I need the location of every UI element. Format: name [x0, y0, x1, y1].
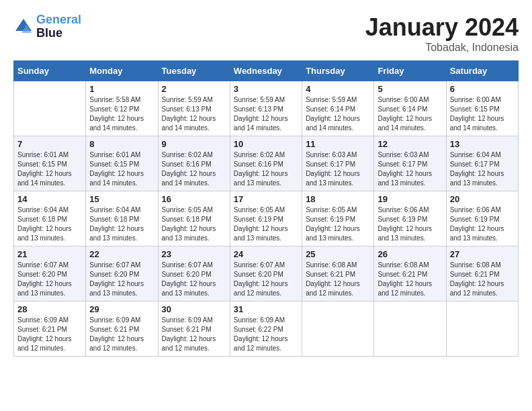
day-info: Sunrise: 6:05 AMSunset: 6:19 PMDaylight:… — [234, 205, 298, 243]
calendar-cell: 13Sunrise: 6:04 AMSunset: 6:17 PMDayligh… — [446, 136, 518, 191]
calendar-cell: 26Sunrise: 6:08 AMSunset: 6:21 PMDayligh… — [374, 246, 446, 302]
day-number: 8 — [89, 139, 154, 149]
day-number: 5 — [378, 84, 442, 94]
day-number: 1 — [89, 84, 154, 94]
calendar-cell: 24Sunrise: 6:07 AMSunset: 6:20 PMDayligh… — [230, 246, 302, 302]
location: Tobadak, Indonesia — [365, 42, 519, 54]
day-number: 13 — [450, 139, 515, 149]
day-number: 27 — [450, 249, 515, 259]
calendar-cell: 2Sunrise: 5:59 AMSunset: 6:13 PMDaylight… — [158, 81, 230, 136]
calendar-cell: 9Sunrise: 6:02 AMSunset: 6:16 PMDaylight… — [158, 136, 230, 191]
calendar-cell: 31Sunrise: 6:09 AMSunset: 6:22 PMDayligh… — [230, 302, 302, 357]
day-number: 31 — [234, 304, 298, 314]
logo-icon — [13, 17, 34, 37]
day-info: Sunrise: 6:06 AMSunset: 6:19 PMDaylight:… — [378, 205, 442, 243]
day-info: Sunrise: 6:05 AMSunset: 6:19 PMDaylight:… — [306, 205, 370, 243]
day-number: 12 — [378, 139, 442, 149]
day-info: Sunrise: 6:06 AMSunset: 6:19 PMDaylight:… — [450, 205, 515, 243]
calendar-cell: 23Sunrise: 6:07 AMSunset: 6:20 PMDayligh… — [158, 246, 230, 302]
calendar-cell: 16Sunrise: 6:05 AMSunset: 6:18 PMDayligh… — [158, 191, 230, 246]
calendar-cell: 17Sunrise: 6:05 AMSunset: 6:19 PMDayligh… — [230, 191, 302, 246]
day-info: Sunrise: 6:05 AMSunset: 6:18 PMDaylight:… — [162, 205, 226, 243]
day-info: Sunrise: 6:01 AMSunset: 6:15 PMDaylight:… — [17, 150, 82, 188]
calendar-cell: 18Sunrise: 6:05 AMSunset: 6:19 PMDayligh… — [302, 191, 374, 246]
day-number: 2 — [162, 84, 226, 94]
day-info: Sunrise: 6:03 AMSunset: 6:17 PMDaylight:… — [378, 150, 442, 188]
calendar-cell: 1Sunrise: 5:58 AMSunset: 6:12 PMDaylight… — [86, 81, 158, 136]
calendar-cell — [446, 302, 518, 357]
calendar-cell — [374, 302, 446, 357]
calendar-week-5: 28Sunrise: 6:09 AMSunset: 6:21 PMDayligh… — [14, 302, 519, 357]
weekday-header-thursday: Thursday — [302, 61, 374, 81]
day-number: 14 — [17, 194, 82, 204]
calendar-cell: 27Sunrise: 6:08 AMSunset: 6:21 PMDayligh… — [446, 246, 518, 302]
weekday-header-tuesday: Tuesday — [158, 61, 230, 81]
day-info: Sunrise: 6:00 AMSunset: 6:15 PMDaylight:… — [450, 95, 515, 133]
calendar-table: SundayMondayTuesdayWednesdayThursdayFrid… — [13, 60, 519, 357]
calendar-cell: 30Sunrise: 6:09 AMSunset: 6:21 PMDayligh… — [158, 302, 230, 357]
day-number: 10 — [234, 139, 298, 149]
calendar-header: SundayMondayTuesdayWednesdayThursdayFrid… — [14, 61, 519, 81]
day-info: Sunrise: 6:04 AMSunset: 6:18 PMDaylight:… — [17, 205, 82, 243]
day-info: Sunrise: 6:08 AMSunset: 6:21 PMDaylight:… — [450, 261, 515, 298]
calendar-week-4: 21Sunrise: 6:07 AMSunset: 6:20 PMDayligh… — [14, 246, 519, 302]
day-number: 23 — [162, 249, 226, 259]
day-number: 29 — [89, 304, 154, 314]
logo-text: General Blue — [36, 13, 81, 40]
day-info: Sunrise: 6:07 AMSunset: 6:20 PMDaylight:… — [234, 261, 298, 298]
day-number: 7 — [17, 139, 82, 149]
day-info: Sunrise: 6:09 AMSunset: 6:21 PMDaylight:… — [17, 316, 82, 353]
day-info: Sunrise: 6:02 AMSunset: 6:16 PMDaylight:… — [162, 150, 226, 188]
calendar-cell: 11Sunrise: 6:03 AMSunset: 6:17 PMDayligh… — [302, 136, 374, 191]
title-block: January 2024 Tobadak, Indonesia — [365, 13, 519, 54]
calendar-body: 1Sunrise: 5:58 AMSunset: 6:12 PMDaylight… — [14, 81, 519, 357]
day-info: Sunrise: 5:59 AMSunset: 6:14 PMDaylight:… — [306, 95, 370, 133]
weekday-header-monday: Monday — [86, 61, 158, 81]
day-number: 9 — [162, 139, 226, 149]
day-number: 28 — [17, 304, 82, 314]
day-number: 25 — [306, 249, 370, 259]
calendar-cell: 7Sunrise: 6:01 AMSunset: 6:15 PMDaylight… — [14, 136, 86, 191]
day-info: Sunrise: 6:08 AMSunset: 6:21 PMDaylight:… — [378, 261, 442, 298]
day-info: Sunrise: 5:59 AMSunset: 6:13 PMDaylight:… — [234, 95, 298, 133]
calendar-cell: 15Sunrise: 6:04 AMSunset: 6:18 PMDayligh… — [86, 191, 158, 246]
day-number: 24 — [234, 249, 298, 259]
weekday-header-wednesday: Wednesday — [230, 61, 302, 81]
weekday-header-friday: Friday — [374, 61, 446, 81]
day-info: Sunrise: 6:09 AMSunset: 6:22 PMDaylight:… — [234, 316, 298, 353]
day-info: Sunrise: 6:04 AMSunset: 6:17 PMDaylight:… — [450, 150, 515, 188]
day-number: 22 — [89, 249, 154, 259]
day-number: 17 — [234, 194, 298, 204]
calendar-cell: 8Sunrise: 6:01 AMSunset: 6:15 PMDaylight… — [86, 136, 158, 191]
calendar-cell: 12Sunrise: 6:03 AMSunset: 6:17 PMDayligh… — [374, 136, 446, 191]
calendar-cell: 19Sunrise: 6:06 AMSunset: 6:19 PMDayligh… — [374, 191, 446, 246]
day-number: 30 — [162, 304, 226, 314]
calendar-week-1: 1Sunrise: 5:58 AMSunset: 6:12 PMDaylight… — [14, 81, 519, 136]
calendar-cell: 29Sunrise: 6:09 AMSunset: 6:21 PMDayligh… — [86, 302, 158, 357]
day-info: Sunrise: 6:08 AMSunset: 6:21 PMDaylight:… — [306, 261, 370, 298]
day-number: 3 — [234, 84, 298, 94]
day-number: 16 — [162, 194, 226, 204]
calendar-week-3: 14Sunrise: 6:04 AMSunset: 6:18 PMDayligh… — [14, 191, 519, 246]
day-info: Sunrise: 6:02 AMSunset: 6:16 PMDaylight:… — [234, 150, 298, 188]
weekday-header-sunday: Sunday — [14, 61, 86, 81]
day-number: 4 — [306, 84, 370, 94]
calendar-cell: 25Sunrise: 6:08 AMSunset: 6:21 PMDayligh… — [302, 246, 374, 302]
day-number: 21 — [17, 249, 82, 259]
calendar-cell — [302, 302, 374, 357]
calendar-cell: 14Sunrise: 6:04 AMSunset: 6:18 PMDayligh… — [14, 191, 86, 246]
month-title: January 2024 — [365, 13, 519, 42]
calendar-cell: 22Sunrise: 6:07 AMSunset: 6:20 PMDayligh… — [86, 246, 158, 302]
calendar-week-2: 7Sunrise: 6:01 AMSunset: 6:15 PMDaylight… — [14, 136, 519, 191]
calendar-cell — [14, 81, 86, 136]
day-info: Sunrise: 5:58 AMSunset: 6:12 PMDaylight:… — [89, 95, 154, 133]
day-number: 6 — [450, 84, 515, 94]
calendar-cell: 3Sunrise: 5:59 AMSunset: 6:13 PMDaylight… — [230, 81, 302, 136]
day-info: Sunrise: 6:01 AMSunset: 6:15 PMDaylight:… — [89, 150, 154, 188]
calendar-cell: 6Sunrise: 6:00 AMSunset: 6:15 PMDaylight… — [446, 81, 518, 136]
page-header: General Blue January 2024 Tobadak, Indon… — [13, 13, 519, 54]
day-info: Sunrise: 6:07 AMSunset: 6:20 PMDaylight:… — [17, 261, 82, 298]
day-info: Sunrise: 6:07 AMSunset: 6:20 PMDaylight:… — [162, 261, 226, 298]
day-number: 20 — [450, 194, 515, 204]
calendar-cell: 20Sunrise: 6:06 AMSunset: 6:19 PMDayligh… — [446, 191, 518, 246]
